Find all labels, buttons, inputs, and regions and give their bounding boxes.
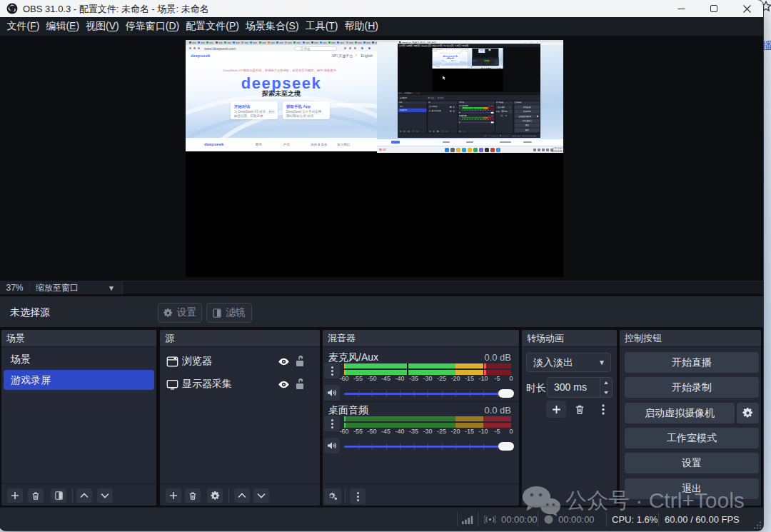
deepseek-page: deepseek API 开放平台 ↗ English DeepSeek-V3 … bbox=[186, 51, 377, 151]
move-scene-down-button[interactable] bbox=[97, 488, 113, 503]
add-source-button[interactable] bbox=[166, 488, 181, 503]
transition-select[interactable]: 淡入淡出 ▼ bbox=[526, 353, 611, 372]
virtual-camera-settings-button[interactable] bbox=[737, 403, 759, 423]
zoom-mode: 缩放至窗口 bbox=[30, 282, 108, 294]
db-scale-label: -45 bbox=[381, 375, 390, 382]
duration-up-arrow[interactable]: ▲ bbox=[599, 378, 614, 388]
move-source-up-button[interactable] bbox=[234, 488, 250, 503]
menu-item[interactable]: 配置文件(P) bbox=[184, 20, 241, 33]
start-recording-button[interactable]: 开始录制 bbox=[625, 377, 759, 398]
menu-item[interactable]: 停靠窗口(D) bbox=[124, 20, 181, 33]
remove-transition-button[interactable] bbox=[573, 402, 587, 416]
db-scale-label: -40 bbox=[395, 428, 404, 435]
add-transition-button[interactable] bbox=[546, 401, 566, 418]
cpu-usage: CPU: 1.6% bbox=[612, 508, 657, 531]
mouse-cursor bbox=[443, 76, 446, 81]
resize-grip[interactable] bbox=[753, 521, 762, 529]
deepseek-header-links[interactable]: API 开放平台 ↗ English bbox=[332, 54, 373, 58]
bookmark-favicon bbox=[224, 41, 226, 44]
taskbar-app-icon bbox=[490, 148, 495, 152]
volume-slider[interactable] bbox=[344, 442, 513, 451]
duration-label: 时长 bbox=[526, 382, 546, 395]
move-scene-up-button[interactable] bbox=[76, 488, 92, 503]
bookmark-favicon bbox=[216, 41, 218, 44]
no-source-label: 未选择源 bbox=[10, 306, 50, 319]
mixer-dock-title[interactable]: 混音器 bbox=[323, 330, 519, 347]
menu-item[interactable]: 帮助(H) bbox=[343, 20, 380, 33]
mute-speaker-button[interactable] bbox=[324, 385, 340, 401]
bookmark-favicon bbox=[320, 41, 322, 44]
preview-area[interactable]: www.deepseek.com Q 搜索 deepseek API 开放平台 … bbox=[0, 36, 763, 281]
db-scale-label: -35 bbox=[409, 375, 418, 382]
menu-item[interactable]: 视图(V) bbox=[84, 20, 121, 33]
mixer-channel-menu-button[interactable] bbox=[324, 363, 340, 378]
source-properties-button[interactable]: 设置 bbox=[158, 303, 202, 323]
transitions-dock-title[interactable]: 转场动画 bbox=[522, 330, 617, 347]
bookmark-favicon bbox=[250, 41, 252, 44]
bookmark-favicon bbox=[268, 41, 270, 44]
obs-main-window: OBS 31.0.3 - 配置文件: 未命名 - 场景: 未命名 文件(F)编辑… bbox=[0, 0, 763, 531]
bookmark-favicon bbox=[303, 41, 305, 44]
exit-button[interactable]: 退出 bbox=[625, 478, 759, 499]
preview-zoom-row: 37% 缩放至窗口 ▼ bbox=[0, 281, 763, 293]
scene-filters-button[interactable] bbox=[51, 488, 66, 503]
scenes-dock: 场景 场景 游戏录屏 bbox=[1, 330, 156, 506]
scene-item-selected[interactable]: 游戏录屏 bbox=[4, 370, 154, 390]
duration-down-arrow[interactable]: ▼ bbox=[599, 388, 614, 398]
controls-dock-title[interactable]: 控制按钮 bbox=[620, 330, 761, 347]
maximize-button[interactable] bbox=[697, 0, 730, 17]
add-scene-button[interactable] bbox=[7, 488, 23, 503]
bookmark-favicon bbox=[198, 41, 200, 44]
source-item-display[interactable]: 显示器采集 bbox=[160, 373, 320, 396]
lock-open-icon[interactable] bbox=[295, 356, 305, 367]
transition-menu-dots-button[interactable] bbox=[598, 402, 608, 416]
close-button[interactable] bbox=[730, 0, 763, 17]
scene-transitions-dock: 转场动画 淡入淡出 ▼ 时长 300 ms ▲▼ bbox=[522, 330, 617, 506]
deepseek-card-chat[interactable]: 开始对话 与 DeepSeek-V3 对话，轻松解答问题、获取灵感 bbox=[231, 101, 278, 119]
menu-item[interactable]: 文件(F) bbox=[6, 20, 41, 33]
program-canvas[interactable]: www.deepseek.com Q 搜索 deepseek API 开放平台 … bbox=[186, 40, 563, 277]
start-streaming-button[interactable]: 开始直播 bbox=[625, 352, 759, 373]
menu-item[interactable]: 场景集合(S) bbox=[244, 20, 301, 33]
sources-dock-title[interactable]: 源 bbox=[160, 330, 320, 347]
mini-obs-window: OBS 31.0.3 - 配置文件: 未命名 - 场景: 未命名 文件(F)编辑… bbox=[398, 41, 540, 138]
volume-slider-handle[interactable] bbox=[498, 442, 514, 451]
source-item-browser[interactable]: 浏览器 bbox=[160, 350, 320, 373]
duration-value: 300 ms bbox=[548, 378, 600, 397]
bookmark-favicon bbox=[328, 41, 331, 44]
volume-slider-handle[interactable] bbox=[498, 389, 514, 398]
transition-duration-spinbox[interactable]: 300 ms ▲▼ bbox=[547, 377, 613, 398]
display-capture-source-preview[interactable]: OBS 31.0.3 - 配置文件: 未命名 - 场景: 未命名 文件(F)编辑… bbox=[377, 40, 563, 153]
mixer-channel-menu-button[interactable] bbox=[324, 416, 340, 431]
move-source-down-button[interactable] bbox=[253, 488, 269, 503]
minimize-button[interactable] bbox=[665, 0, 697, 17]
preview-zoom-control[interactable]: 37% 缩放至窗口 ▼ bbox=[0, 281, 123, 294]
title-bar: OBS 31.0.3 - 配置文件: 未命名 - 场景: 未命名 bbox=[0, 0, 763, 17]
mute-speaker-button[interactable] bbox=[324, 438, 340, 453]
deepseek-card-app[interactable]: 获取手机 App DeepSeek 官方手机应用，随时随地与 AI 对话 bbox=[283, 101, 330, 119]
studio-mode-button[interactable]: 工作室模式 bbox=[625, 428, 759, 448]
source-filters-button[interactable]: 滤镜 bbox=[206, 303, 252, 323]
scene-item[interactable]: 场景 bbox=[1, 349, 156, 369]
visibility-eye-icon[interactable] bbox=[278, 378, 290, 391]
remove-source-button[interactable] bbox=[185, 488, 201, 503]
menu-item[interactable]: 编辑(E) bbox=[44, 20, 81, 33]
settings-button[interactable]: 设置 bbox=[625, 453, 759, 473]
browser-source-preview[interactable]: www.deepseek.com Q 搜索 deepseek API 开放平台 … bbox=[186, 40, 377, 151]
scenes-dock-title[interactable]: 场景 bbox=[1, 330, 156, 347]
taskbar-app-icon bbox=[473, 148, 478, 152]
source-properties-gear-button[interactable] bbox=[207, 488, 223, 503]
taskbar-app-icon bbox=[479, 148, 483, 152]
window-title: OBS 31.0.3 - 配置文件: 未命名 - 场景: 未命名 bbox=[23, 3, 209, 16]
bookmark-favicon bbox=[337, 41, 339, 44]
menu-item[interactable]: 工具(T) bbox=[304, 20, 340, 33]
db-scale-label: -15 bbox=[465, 375, 474, 382]
volume-slider[interactable] bbox=[344, 389, 513, 398]
lock-open-icon[interactable] bbox=[295, 378, 305, 390]
visibility-eye-icon[interactable] bbox=[278, 356, 290, 368]
start-virtual-camera-button[interactable]: 启动虚拟摄像机 bbox=[625, 403, 735, 423]
advanced-audio-button[interactable] bbox=[324, 488, 341, 504]
remove-scene-button[interactable] bbox=[28, 488, 44, 503]
mixer-menu-dots-button[interactable] bbox=[350, 488, 366, 504]
bookmark-favicon bbox=[285, 41, 287, 44]
